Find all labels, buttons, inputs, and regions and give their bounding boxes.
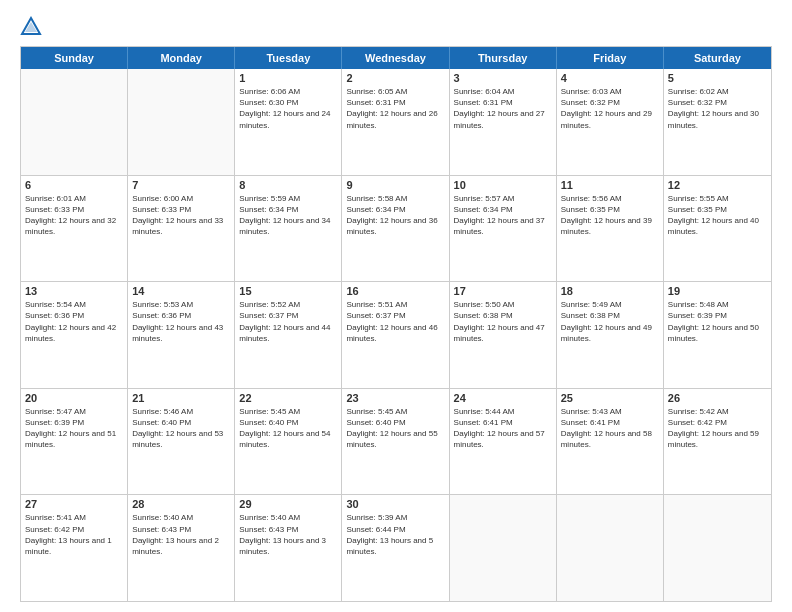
day-number: 23 <box>346 392 444 404</box>
day-number: 26 <box>668 392 767 404</box>
calendar-cell <box>664 495 771 601</box>
calendar-cell: 27Sunrise: 5:41 AM Sunset: 6:42 PM Dayli… <box>21 495 128 601</box>
weekday-header: Monday <box>128 47 235 69</box>
header <box>20 16 772 38</box>
calendar-header: SundayMondayTuesdayWednesdayThursdayFrid… <box>21 47 771 69</box>
day-info: Sunrise: 6:04 AM Sunset: 6:31 PM Dayligh… <box>454 86 552 131</box>
logo-icon <box>20 16 42 38</box>
day-number: 7 <box>132 179 230 191</box>
day-number: 18 <box>561 285 659 297</box>
day-number: 9 <box>346 179 444 191</box>
day-info: Sunrise: 5:45 AM Sunset: 6:40 PM Dayligh… <box>239 406 337 451</box>
day-number: 27 <box>25 498 123 510</box>
calendar-cell <box>557 495 664 601</box>
day-info: Sunrise: 6:06 AM Sunset: 6:30 PM Dayligh… <box>239 86 337 131</box>
day-number: 6 <box>25 179 123 191</box>
day-number: 5 <box>668 72 767 84</box>
day-number: 12 <box>668 179 767 191</box>
calendar: SundayMondayTuesdayWednesdayThursdayFrid… <box>20 46 772 602</box>
day-info: Sunrise: 6:03 AM Sunset: 6:32 PM Dayligh… <box>561 86 659 131</box>
calendar-cell: 2Sunrise: 6:05 AM Sunset: 6:31 PM Daylig… <box>342 69 449 175</box>
calendar-cell: 24Sunrise: 5:44 AM Sunset: 6:41 PM Dayli… <box>450 389 557 495</box>
day-number: 1 <box>239 72 337 84</box>
day-info: Sunrise: 5:45 AM Sunset: 6:40 PM Dayligh… <box>346 406 444 451</box>
day-number: 30 <box>346 498 444 510</box>
calendar-cell: 17Sunrise: 5:50 AM Sunset: 6:38 PM Dayli… <box>450 282 557 388</box>
calendar-week: 20Sunrise: 5:47 AM Sunset: 6:39 PM Dayli… <box>21 389 771 496</box>
day-info: Sunrise: 5:51 AM Sunset: 6:37 PM Dayligh… <box>346 299 444 344</box>
weekday-header: Wednesday <box>342 47 449 69</box>
weekday-header: Friday <box>557 47 664 69</box>
day-number: 13 <box>25 285 123 297</box>
day-number: 20 <box>25 392 123 404</box>
day-info: Sunrise: 5:42 AM Sunset: 6:42 PM Dayligh… <box>668 406 767 451</box>
calendar-week: 13Sunrise: 5:54 AM Sunset: 6:36 PM Dayli… <box>21 282 771 389</box>
calendar-cell: 8Sunrise: 5:59 AM Sunset: 6:34 PM Daylig… <box>235 176 342 282</box>
day-info: Sunrise: 6:05 AM Sunset: 6:31 PM Dayligh… <box>346 86 444 131</box>
day-number: 22 <box>239 392 337 404</box>
calendar-cell: 1Sunrise: 6:06 AM Sunset: 6:30 PM Daylig… <box>235 69 342 175</box>
calendar-cell: 26Sunrise: 5:42 AM Sunset: 6:42 PM Dayli… <box>664 389 771 495</box>
day-number: 2 <box>346 72 444 84</box>
day-info: Sunrise: 5:58 AM Sunset: 6:34 PM Dayligh… <box>346 193 444 238</box>
logo <box>20 16 46 38</box>
calendar-cell: 9Sunrise: 5:58 AM Sunset: 6:34 PM Daylig… <box>342 176 449 282</box>
day-number: 16 <box>346 285 444 297</box>
day-number: 24 <box>454 392 552 404</box>
day-info: Sunrise: 5:44 AM Sunset: 6:41 PM Dayligh… <box>454 406 552 451</box>
day-info: Sunrise: 5:52 AM Sunset: 6:37 PM Dayligh… <box>239 299 337 344</box>
calendar-week: 27Sunrise: 5:41 AM Sunset: 6:42 PM Dayli… <box>21 495 771 601</box>
day-info: Sunrise: 5:43 AM Sunset: 6:41 PM Dayligh… <box>561 406 659 451</box>
day-info: Sunrise: 5:39 AM Sunset: 6:44 PM Dayligh… <box>346 512 444 557</box>
weekday-header: Sunday <box>21 47 128 69</box>
calendar-page: SundayMondayTuesdayWednesdayThursdayFrid… <box>0 0 792 612</box>
day-number: 17 <box>454 285 552 297</box>
day-number: 28 <box>132 498 230 510</box>
calendar-cell <box>128 69 235 175</box>
calendar-cell <box>450 495 557 601</box>
day-number: 10 <box>454 179 552 191</box>
calendar-cell: 4Sunrise: 6:03 AM Sunset: 6:32 PM Daylig… <box>557 69 664 175</box>
calendar-cell: 10Sunrise: 5:57 AM Sunset: 6:34 PM Dayli… <box>450 176 557 282</box>
calendar-cell: 16Sunrise: 5:51 AM Sunset: 6:37 PM Dayli… <box>342 282 449 388</box>
day-number: 25 <box>561 392 659 404</box>
weekday-header: Thursday <box>450 47 557 69</box>
calendar-cell: 14Sunrise: 5:53 AM Sunset: 6:36 PM Dayli… <box>128 282 235 388</box>
calendar-cell: 13Sunrise: 5:54 AM Sunset: 6:36 PM Dayli… <box>21 282 128 388</box>
calendar-cell: 7Sunrise: 6:00 AM Sunset: 6:33 PM Daylig… <box>128 176 235 282</box>
weekday-header: Saturday <box>664 47 771 69</box>
calendar-cell: 12Sunrise: 5:55 AM Sunset: 6:35 PM Dayli… <box>664 176 771 282</box>
day-number: 4 <box>561 72 659 84</box>
calendar-cell: 19Sunrise: 5:48 AM Sunset: 6:39 PM Dayli… <box>664 282 771 388</box>
calendar-cell: 30Sunrise: 5:39 AM Sunset: 6:44 PM Dayli… <box>342 495 449 601</box>
day-info: Sunrise: 5:55 AM Sunset: 6:35 PM Dayligh… <box>668 193 767 238</box>
calendar-cell: 25Sunrise: 5:43 AM Sunset: 6:41 PM Dayli… <box>557 389 664 495</box>
weekday-header: Tuesday <box>235 47 342 69</box>
day-number: 21 <box>132 392 230 404</box>
calendar-cell: 23Sunrise: 5:45 AM Sunset: 6:40 PM Dayli… <box>342 389 449 495</box>
day-info: Sunrise: 5:50 AM Sunset: 6:38 PM Dayligh… <box>454 299 552 344</box>
day-info: Sunrise: 5:46 AM Sunset: 6:40 PM Dayligh… <box>132 406 230 451</box>
day-info: Sunrise: 5:40 AM Sunset: 6:43 PM Dayligh… <box>239 512 337 557</box>
day-info: Sunrise: 5:53 AM Sunset: 6:36 PM Dayligh… <box>132 299 230 344</box>
day-info: Sunrise: 5:47 AM Sunset: 6:39 PM Dayligh… <box>25 406 123 451</box>
calendar-cell: 22Sunrise: 5:45 AM Sunset: 6:40 PM Dayli… <box>235 389 342 495</box>
day-info: Sunrise: 5:59 AM Sunset: 6:34 PM Dayligh… <box>239 193 337 238</box>
calendar-cell: 11Sunrise: 5:56 AM Sunset: 6:35 PM Dayli… <box>557 176 664 282</box>
day-number: 8 <box>239 179 337 191</box>
calendar-body: 1Sunrise: 6:06 AM Sunset: 6:30 PM Daylig… <box>21 69 771 601</box>
day-number: 14 <box>132 285 230 297</box>
day-info: Sunrise: 5:54 AM Sunset: 6:36 PM Dayligh… <box>25 299 123 344</box>
day-number: 19 <box>668 285 767 297</box>
day-info: Sunrise: 5:49 AM Sunset: 6:38 PM Dayligh… <box>561 299 659 344</box>
calendar-cell: 29Sunrise: 5:40 AM Sunset: 6:43 PM Dayli… <box>235 495 342 601</box>
calendar-cell: 21Sunrise: 5:46 AM Sunset: 6:40 PM Dayli… <box>128 389 235 495</box>
day-info: Sunrise: 5:48 AM Sunset: 6:39 PM Dayligh… <box>668 299 767 344</box>
day-info: Sunrise: 5:57 AM Sunset: 6:34 PM Dayligh… <box>454 193 552 238</box>
calendar-cell: 28Sunrise: 5:40 AM Sunset: 6:43 PM Dayli… <box>128 495 235 601</box>
calendar-cell: 15Sunrise: 5:52 AM Sunset: 6:37 PM Dayli… <box>235 282 342 388</box>
day-info: Sunrise: 5:56 AM Sunset: 6:35 PM Dayligh… <box>561 193 659 238</box>
day-number: 3 <box>454 72 552 84</box>
day-info: Sunrise: 5:40 AM Sunset: 6:43 PM Dayligh… <box>132 512 230 557</box>
calendar-cell: 6Sunrise: 6:01 AM Sunset: 6:33 PM Daylig… <box>21 176 128 282</box>
